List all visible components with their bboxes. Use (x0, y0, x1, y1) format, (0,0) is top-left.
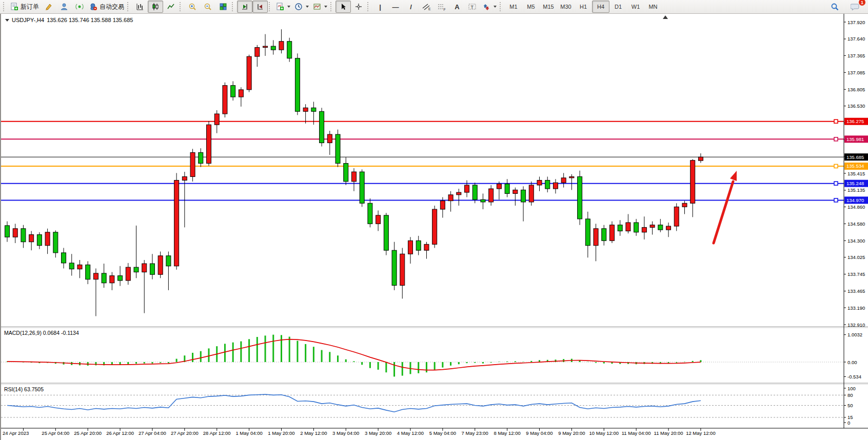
chat-bubble-icon (851, 3, 860, 11)
chart-shift-button[interactable] (252, 1, 268, 13)
profile-button[interactable] (56, 1, 72, 13)
candle (698, 157, 703, 161)
candle (207, 125, 211, 163)
timeframe-button-h4[interactable]: H4 (592, 1, 609, 13)
horizontal-line-icon: — (392, 3, 399, 11)
arrows-tool-button[interactable] (480, 1, 499, 13)
level-line-handle[interactable] (834, 119, 838, 123)
chart-ohlc-readout: 135.626 135.746 135.588 135.685 (47, 17, 133, 23)
indicators-caret-icon (287, 6, 290, 8)
price-tick-label: 136.530 (847, 103, 865, 109)
price-tick-label: 133.190 (847, 305, 865, 311)
time-tick-label: 5 May 04:00 (429, 430, 456, 436)
text-label-icon: T (468, 3, 477, 11)
text-icon: A (455, 3, 459, 11)
candle (674, 207, 679, 226)
rsi-axis-label: 100 (847, 386, 856, 391)
timeframe-button-m30[interactable]: M30 (557, 1, 575, 13)
time-tick-label: 7 May 23:00 (462, 430, 488, 436)
timeframe-button-h1[interactable]: H1 (575, 1, 592, 13)
candle (481, 199, 485, 202)
level-line-handle[interactable] (834, 164, 838, 168)
fibonacci-tool-button[interactable]: F (434, 1, 449, 13)
tile-windows-button[interactable] (215, 1, 231, 13)
price-tick-label: 135.415 (847, 171, 865, 176)
search-button[interactable] (827, 1, 842, 13)
toolbar-grip[interactable] (500, 2, 502, 11)
auto-scroll-button[interactable] (237, 1, 252, 13)
notifications-button[interactable]: 1 (847, 1, 863, 13)
time-tick-label: 9 May 20:00 (558, 430, 585, 436)
toolbar-grip[interactable] (330, 2, 333, 11)
candle (13, 229, 17, 237)
profile-icon (60, 3, 68, 11)
toolbar-grip[interactable] (127, 2, 130, 11)
signals-button[interactable] (72, 1, 87, 13)
candlestick-mode-button[interactable] (148, 1, 163, 13)
symbol-dropdown-icon[interactable] (5, 19, 9, 22)
chart-canvas[interactable]: 137.920137.640137.365137.085136.805136.5… (1, 14, 868, 440)
price-tick-label: 134.025 (847, 254, 865, 260)
horizontal-level-lines[interactable] (1, 119, 844, 202)
price-tick-label: 137.085 (847, 70, 865, 75)
chart-window[interactable]: USDJPY-,H4 135.626 135.746 135.588 135.6… (0, 14, 868, 440)
candle (472, 185, 477, 199)
candle (497, 184, 501, 189)
new-order-button[interactable]: 新订单 (8, 1, 41, 13)
toolbar-grip[interactable] (367, 2, 370, 11)
channel-tool-button[interactable]: E (419, 1, 434, 13)
candle (271, 46, 275, 50)
templates-button[interactable] (311, 1, 329, 13)
timeframe-button-mn[interactable]: MN (644, 1, 662, 13)
time-axis[interactable]: 24 Apr 202325 Apr 04:0025 Apr 20:0026 Ap… (3, 428, 716, 436)
candle (223, 86, 227, 114)
candlestick-series (5, 29, 703, 316)
level-price-tag-text: 135.248 (846, 181, 864, 186)
candle (247, 56, 251, 90)
vertical-line-tool-button[interactable]: | (372, 1, 388, 13)
line-chart-mode-button[interactable] (163, 1, 179, 13)
crosshair-tool-button[interactable] (351, 1, 366, 13)
candle (239, 90, 243, 97)
chart-shift-marker[interactable] (663, 15, 668, 19)
zoom-in-button[interactable] (185, 1, 200, 13)
vertical-line-icon: | (379, 3, 381, 11)
toolbar-grip[interactable] (269, 2, 271, 11)
time-tick-label: 11 May 04:00 (622, 430, 651, 436)
toolbar-grip[interactable] (3, 2, 6, 11)
timeframe-button-m15[interactable]: M15 (540, 1, 557, 13)
trendline-icon: / (410, 3, 412, 11)
candle (21, 229, 26, 242)
bar-chart-mode-button[interactable] (132, 1, 148, 13)
time-tick-label: 25 Apr 20:00 (74, 430, 102, 436)
level-line-handle[interactable] (834, 198, 838, 202)
cursor-tool-button[interactable] (336, 1, 351, 13)
toolbar-grip[interactable] (232, 2, 234, 11)
zoom-out-button[interactable] (200, 1, 215, 13)
text-label-tool-button[interactable]: T (465, 1, 480, 13)
candle (255, 47, 260, 56)
candle (376, 215, 381, 224)
text-tool-button[interactable]: A (449, 1, 465, 13)
timeframe-button-m5[interactable]: M5 (522, 1, 540, 13)
svg-text:E: E (428, 7, 431, 11)
trend-arrow-annotation[interactable] (714, 171, 737, 243)
candle (166, 256, 171, 266)
periods-button[interactable] (292, 1, 311, 13)
level-line-handle[interactable] (834, 182, 838, 185)
timeframe-button-w1[interactable]: W1 (627, 1, 644, 13)
panel-separators[interactable] (1, 327, 868, 384)
timeframe-button-m1[interactable]: M1 (505, 1, 522, 13)
toolbar-grip[interactable] (180, 2, 182, 11)
candle (62, 253, 66, 263)
level-line-handle[interactable] (834, 137, 838, 141)
candle (650, 225, 655, 228)
timeframe-button-d1[interactable]: D1 (609, 1, 627, 13)
indicators-button[interactable] (274, 1, 292, 13)
candle (77, 265, 82, 269)
horizontal-line-tool-button[interactable]: — (388, 1, 403, 13)
styles-crayon-button[interactable] (41, 1, 56, 13)
candle (5, 226, 10, 237)
auto-trading-button[interactable]: 自动交易 (87, 1, 126, 13)
trendline-tool-button[interactable]: / (403, 1, 419, 13)
